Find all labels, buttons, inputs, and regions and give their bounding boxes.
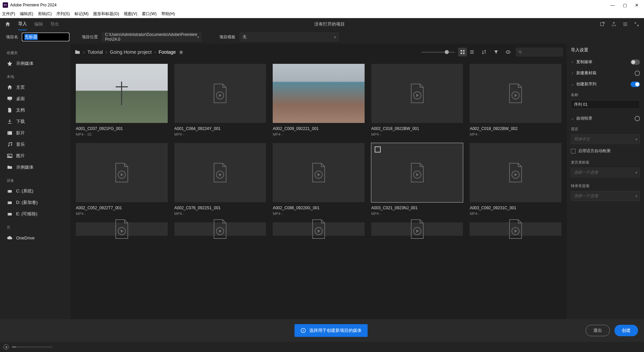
minimize-button[interactable]: — (610, 3, 615, 8)
media-clip[interactable]: A003_C092_09231C_001MP4 - (470, 143, 561, 216)
media-clip[interactable]: A003_C021_0923NJ_001MP4 - (371, 143, 463, 216)
sidebar-item[interactable]: 影片 (0, 128, 70, 138)
project-template-dropdown[interactable]: 无 ▾ (239, 33, 339, 41)
project-location-dropdown[interactable]: C:\Users\Administrator\Documents\Adobe\P… (102, 33, 201, 41)
media-clip[interactable] (174, 222, 266, 236)
menu-file[interactable]: 文件(F) (2, 11, 15, 17)
sequence-name-label: 名称 (571, 92, 640, 97)
svg-rect-6 (8, 134, 9, 134)
sidebar-item[interactable]: OneDrive (0, 232, 70, 243)
fullscreen-icon[interactable] (634, 21, 639, 27)
tab-export[interactable]: 导出 (50, 18, 59, 30)
menu-graphics[interactable]: 图形和标题(G) (93, 11, 119, 17)
sidebar-item[interactable]: 桌面 (0, 93, 70, 104)
menu-sequence[interactable]: 序列(S) (56, 11, 70, 17)
sidebar-item[interactable]: 下载 (0, 116, 70, 127)
menu-marker[interactable]: 标记(M) (74, 11, 89, 17)
language-dropdown[interactable]: 简体中文▾ (571, 134, 640, 144)
sort-button[interactable] (480, 48, 488, 56)
auto-detect-row[interactable]: 启用语言自动检测 (571, 148, 640, 154)
sidebar-item[interactable]: 文档 (0, 105, 70, 116)
sidebar-item[interactable]: E: (可移除) (0, 209, 70, 219)
settings-title: 导入设置 (571, 47, 640, 53)
media-clip[interactable] (273, 222, 365, 236)
clip-name: A003_C092_09231C_001 (470, 206, 561, 210)
clip-meta: MP4 - (371, 212, 463, 216)
media-clip[interactable]: A001_C037_0921FG_001MP4 - :01 (76, 64, 168, 136)
menu-clip[interactable]: 剪辑(C) (38, 11, 52, 17)
sidebar-item[interactable]: C: (系统) (0, 186, 70, 196)
sidebar-item[interactable]: 主页 (0, 82, 70, 93)
media-clip[interactable] (470, 222, 561, 236)
preview-button[interactable] (504, 48, 513, 56)
sidebar-item[interactable]: 音乐 (0, 139, 70, 150)
speaker-dropdown[interactable]: 选择一个选项▾ (571, 168, 640, 177)
sequence-name-input[interactable] (571, 100, 640, 109)
auto-detect-checkbox[interactable] (571, 149, 576, 153)
sidebar-section-header: 本地 (0, 72, 70, 81)
breadcrumb-item[interactable]: Going Home project (110, 49, 152, 55)
auto-transcribe-toggle[interactable] (635, 116, 640, 121)
menu-help[interactable]: 帮助(H) (161, 11, 175, 17)
media-clip[interactable]: A002_C018_0922BW_001MP4 - (371, 64, 463, 136)
sidebar-item[interactable]: 示例媒体 (0, 162, 70, 173)
document-icon (7, 107, 13, 113)
media-clip[interactable]: A002_C052_0922T7_001MP4 - (76, 143, 168, 216)
sidebar-item[interactable]: 示例媒体 (0, 58, 70, 69)
star-icon (7, 60, 13, 67)
share-icon[interactable] (611, 21, 616, 27)
breadcrumb-item[interactable]: Tutorial (88, 49, 103, 55)
close-button[interactable]: ✕ (635, 3, 639, 8)
favorite-star-icon[interactable] (178, 49, 184, 55)
media-clip[interactable]: A002_C076_0922S1_001MP4 - (174, 143, 266, 216)
media-clip[interactable] (76, 222, 168, 236)
tab-import[interactable]: 导入 (18, 18, 27, 30)
new-sequence-toggle[interactable] (631, 82, 640, 87)
workspace-icon[interactable] (623, 21, 628, 27)
menubar: 文件(F) 编辑(E) 剪辑(C) 序列(S) 标记(M) 图形和标题(G) 视… (0, 10, 644, 18)
breadcrumb-sep: › (106, 49, 107, 55)
creative-cloud-icon[interactable]: ◑ (3, 344, 9, 350)
copy-media-toggle[interactable] (631, 59, 640, 65)
project-name-input[interactable] (22, 33, 69, 41)
new-bin-toggle[interactable] (635, 71, 640, 76)
home-icon[interactable] (5, 21, 11, 27)
search-box[interactable] (516, 48, 563, 56)
info-text: 选择用于创建新项目的媒体 (309, 327, 362, 334)
create-button[interactable]: 创建 (614, 325, 638, 336)
transcribe-options-dropdown[interactable]: 选择一个选项▾ (571, 191, 640, 201)
quick-export-icon[interactable] (600, 21, 605, 27)
media-clip[interactable]: A001_C064_09224Y_001MP4 - (174, 64, 266, 136)
clip-meta: MP4 - (174, 132, 266, 136)
clip-meta: MP4 - (371, 132, 463, 136)
auto-transcribe-row[interactable]: ⌄自动转录 (571, 114, 640, 123)
new-bin-row[interactable]: ›新建素材箱 (571, 68, 640, 78)
breadcrumb-item[interactable]: Footage (159, 49, 176, 55)
menu-edit[interactable]: 编辑(E) (20, 11, 33, 17)
media-clip[interactable]: A002_C086_09220G_001MP4 - (273, 143, 365, 216)
filter-button[interactable] (492, 48, 500, 56)
project-location-label: 项目位置 (82, 34, 98, 40)
sidebar-item-label: 影片 (16, 130, 25, 136)
menu-view[interactable]: 视图(V) (124, 11, 137, 17)
exit-button[interactable]: 退出 (586, 325, 610, 336)
clip-meta: MP4 - (470, 132, 561, 136)
maximize-button[interactable]: ▢ (623, 3, 627, 8)
copy-media-row[interactable]: ›复制媒体 (571, 57, 640, 67)
drive-icon (7, 211, 13, 217)
folder-icon (7, 164, 13, 170)
clip-name: A002_C076_0922S1_001 (174, 206, 266, 210)
media-clip[interactable]: A002_C018_0922BW_002MP4 - (470, 64, 561, 136)
media-clip[interactable]: A002_C009_092221_001MP4 - (273, 64, 365, 136)
media-clip[interactable] (371, 222, 463, 236)
list-view-button[interactable] (468, 48, 476, 56)
sidebar-item[interactable]: D: (新加卷) (0, 197, 70, 208)
new-sequence-row[interactable]: ⌄创建新序列 (571, 79, 640, 89)
folder-icon[interactable] (74, 49, 80, 55)
tab-edit[interactable]: 编辑 (34, 18, 43, 30)
search-input[interactable] (524, 50, 560, 55)
sidebar-item[interactable]: 图片 (0, 150, 70, 161)
grid-view-button[interactable] (458, 48, 467, 56)
thumbnail-zoom-slider[interactable] (421, 49, 455, 55)
menu-window[interactable]: 窗口(W) (142, 11, 156, 17)
